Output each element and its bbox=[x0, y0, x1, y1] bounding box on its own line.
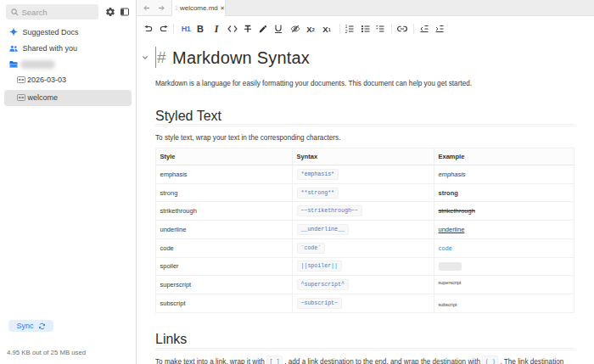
svg-text:1: 1 bbox=[345, 25, 348, 29]
svg-text:2: 2 bbox=[345, 30, 348, 34]
